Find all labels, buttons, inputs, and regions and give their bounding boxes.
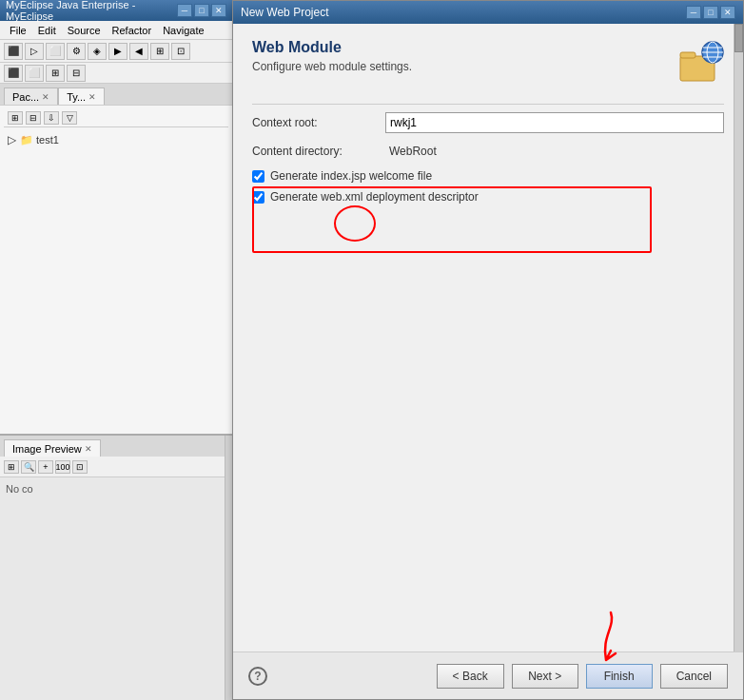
context-root-row: Context root: — [252, 112, 724, 133]
toolbar-btn-3[interactable]: ⬜ — [46, 43, 65, 60]
ide-titlebar: MyEclipse Java Enterprise - MyEclipse ─ … — [0, 0, 232, 21]
ide-tree-inner: ⊞ ⊟ ⇩ ▽ ▷ 📁 test1 — [0, 106, 232, 152]
cancel-button[interactable]: Cancel — [660, 664, 728, 689]
tree-toolbar-btn-1[interactable]: ⊞ — [8, 111, 23, 125]
toolbar2-btn-3[interactable]: ⊞ — [46, 65, 65, 82]
toolbar-btn-7[interactable]: ◀ — [129, 43, 148, 60]
dialog-header: Web Module Configure web module settings… — [252, 39, 724, 85]
ide-tab-pac-label: Pac... — [12, 91, 39, 103]
menu-file[interactable]: File — [4, 25, 32, 36]
generate-webxml-checkbox[interactable] — [252, 191, 264, 204]
finish-button-label: Finish — [604, 670, 635, 683]
toolbar-btn-9[interactable]: ⊡ — [171, 43, 190, 60]
finish-button[interactable]: Finish — [586, 664, 653, 689]
generate-webxml-label[interactable]: Generate web.xml deployment descriptor — [270, 190, 479, 204]
menu-refactor[interactable]: Refactor — [107, 25, 158, 36]
bottom-output: No co — [0, 477, 232, 500]
menu-source[interactable]: Source — [62, 25, 107, 36]
footer-buttons: < Back Next > Finish Cancel — [437, 664, 728, 689]
menu-edit[interactable]: Edit — [32, 25, 62, 36]
ide-tab-pac[interactable]: Pac... ✕ — [4, 88, 58, 105]
dialog-minimize-btn[interactable]: ─ — [686, 6, 701, 19]
ide-toolbar-1: ⬛ ▷ ⬜ ⚙ ◈ ▶ ◀ ⊞ ⊡ — [0, 40, 232, 63]
dialog-scrollbar — [734, 24, 743, 651]
back-button[interactable]: < Back — [437, 664, 504, 689]
annotation-circle — [334, 205, 376, 242]
ide-panel: MyEclipse Java Enterprise - MyEclipse ─ … — [0, 0, 232, 700]
ide-menubar: File Edit Source Refactor Navigate — [0, 21, 232, 40]
tree-toolbar-btn-2[interactable]: ⊟ — [26, 111, 41, 125]
ide-bottom-tab-close[interactable]: ✕ — [85, 444, 92, 454]
content-dir-label: Content directory: — [252, 145, 385, 158]
ide-toolbar-2: ⬛ ⬜ ⊞ ⊟ — [0, 63, 232, 84]
ide-title-text: MyEclipse Java Enterprise - MyEclipse — [6, 0, 177, 22]
toolbar-btn-1[interactable]: ⬛ — [4, 43, 23, 60]
ide-tab-ty[interactable]: Ty... ✕ — [58, 88, 105, 105]
content-dir-value: WebRoot — [385, 143, 724, 160]
tree-expand-icon: ▷ — [8, 133, 16, 146]
tree-item-icon: 📁 — [20, 134, 33, 146]
dialog-footer: ? < Back Next > Finish Cancel — [233, 651, 743, 699]
context-root-input[interactable] — [385, 112, 724, 133]
toolbar-btn-5[interactable]: ◈ — [88, 43, 107, 60]
ide-tabs: Pac... ✕ Ty... ✕ — [0, 84, 232, 105]
context-root-label: Context root: — [252, 116, 385, 129]
ide-bottom-tabs: Image Preview ✕ — [0, 436, 232, 457]
ide-bottom-tab-label: Image Preview — [12, 443, 82, 455]
content-dir-row: Content directory: WebRoot — [252, 143, 724, 160]
tree-item-label: test1 — [36, 134, 59, 146]
dialog-header-text: Web Module Configure web module settings… — [252, 39, 669, 73]
svg-rect-1 — [680, 52, 695, 58]
ide-tab-pac-close[interactable]: ✕ — [42, 92, 49, 102]
ide-close-btn[interactable]: ✕ — [211, 4, 226, 17]
toolbar-btn-4[interactable]: ⚙ — [67, 43, 86, 60]
dialog-close-btn[interactable]: ✕ — [720, 6, 735, 19]
help-button[interactable]: ? — [248, 667, 267, 686]
preview-btn-4[interactable]: 100 — [55, 460, 70, 474]
toolbar2-btn-2[interactable]: ⬜ — [25, 65, 44, 82]
dialog-titlebar: New Web Project ─ □ ✕ — [233, 1, 743, 24]
checkbox-row-2: Generate web.xml deployment descriptor — [252, 190, 724, 204]
toolbar-btn-6[interactable]: ▶ — [108, 43, 127, 60]
dialog-title-buttons: ─ □ ✕ — [686, 6, 735, 19]
menu-navigate[interactable]: Navigate — [157, 25, 209, 36]
preview-btn-5[interactable]: ⊡ — [72, 460, 88, 474]
ide-bottom-tab-preview[interactable]: Image Preview ✕ — [4, 439, 101, 457]
new-web-project-dialog: New Web Project ─ □ ✕ Web Module Configu… — [232, 0, 744, 700]
ide-maximize-btn[interactable]: □ — [194, 4, 209, 17]
toolbar-btn-8[interactable]: ⊞ — [150, 43, 169, 60]
footer-left: ? — [248, 667, 267, 686]
dialog-heading: Web Module — [252, 39, 669, 56]
ide-minimize-btn[interactable]: ─ — [177, 4, 192, 17]
next-button[interactable]: Next > — [512, 664, 578, 689]
tree-toolbar-btn-4[interactable]: ▽ — [62, 111, 77, 125]
checkbox-row-1: Generate index.jsp welcome file — [252, 169, 724, 183]
tree-toolbar-btn-3[interactable]: ⇩ — [44, 111, 59, 125]
bottom-scrollbar — [225, 436, 232, 700]
web-module-icon — [678, 39, 724, 85]
checkbox-row-2-container: Generate web.xml deployment descriptor — [252, 190, 724, 204]
ide-bottom-panel: Image Preview ✕ ⊞ 🔍 + 100 ⊡ No co — [0, 434, 232, 700]
toolbar2-btn-4[interactable]: ⊟ — [67, 65, 86, 82]
header-separator — [252, 104, 724, 105]
preview-btn-1[interactable]: ⊞ — [4, 460, 19, 474]
bottom-content-text: No co — [6, 483, 33, 495]
dialog-title-text: New Web Project — [241, 6, 686, 19]
generate-index-checkbox[interactable] — [252, 170, 264, 183]
toolbar2-btn-1[interactable]: ⬛ — [4, 65, 23, 82]
dialog-overlay: New Web Project ─ □ ✕ Web Module Configu… — [232, 0, 744, 700]
ide-tab-ty-label: Ty... — [67, 91, 86, 103]
checkboxes-section: Generate index.jsp welcome file Generate… — [252, 169, 724, 204]
ide-tab-ty-close[interactable]: ✕ — [88, 92, 96, 102]
generate-index-label[interactable]: Generate index.jsp welcome file — [270, 169, 432, 183]
preview-btn-2[interactable]: 🔍 — [21, 460, 36, 474]
toolbar-btn-2[interactable]: ▷ — [25, 43, 44, 60]
preview-btn-3[interactable]: + — [38, 460, 53, 474]
dialog-scrollbar-thumb[interactable] — [734, 24, 743, 52]
dialog-maximize-btn[interactable]: □ — [703, 6, 718, 19]
dialog-subtitle: Configure web module settings. — [252, 60, 669, 73]
ide-title-buttons: ─ □ ✕ — [177, 4, 226, 17]
tree-item-test1[interactable]: ▷ 📁 test1 — [4, 131, 228, 148]
dialog-body: Web Module Configure web module settings… — [233, 24, 743, 651]
